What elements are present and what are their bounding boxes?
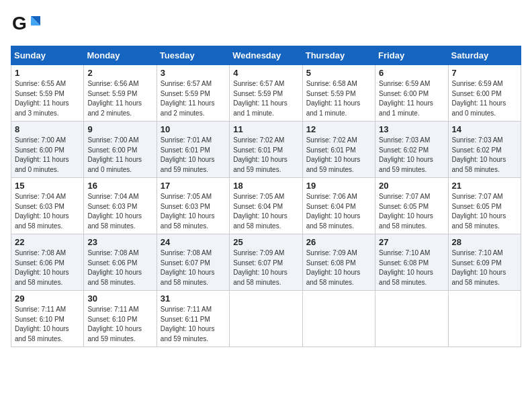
day-info: Sunrise: 6:57 AM Sunset: 5:59 PM Dayligh…: [161, 79, 226, 118]
calendar-cell: 28Sunrise: 7:10 AM Sunset: 6:09 PM Dayli…: [448, 234, 521, 291]
calendar-header-thursday: Thursday: [302, 46, 375, 65]
day-info: Sunrise: 7:08 AM Sunset: 6:07 PM Dayligh…: [161, 248, 226, 287]
day-number: 9: [87, 124, 152, 134]
calendar-cell: 11Sunrise: 7:02 AM Sunset: 6:01 PM Dayli…: [230, 122, 302, 178]
calendar-header-wednesday: Wednesday: [230, 46, 302, 65]
day-number: 23: [87, 237, 152, 247]
day-number: 31: [161, 293, 226, 304]
day-info: Sunrise: 7:07 AM Sunset: 6:05 PM Dayligh…: [379, 192, 444, 231]
calendar-cell: 8Sunrise: 7:00 AM Sunset: 6:00 PM Daylig…: [11, 122, 84, 178]
day-info: Sunrise: 7:08 AM Sunset: 6:06 PM Dayligh…: [87, 248, 152, 287]
day-info: Sunrise: 7:06 AM Sunset: 6:04 PM Dayligh…: [306, 192, 371, 231]
calendar-header-row: SundayMondayTuesdayWednesdayThursdayFrid…: [11, 46, 521, 65]
calendar-cell: 7Sunrise: 6:59 AM Sunset: 6:00 PM Daylig…: [448, 65, 521, 122]
calendar-header-monday: Monday: [84, 46, 157, 65]
day-info: Sunrise: 7:03 AM Sunset: 6:02 PM Dayligh…: [379, 136, 444, 175]
calendar-cell: 12Sunrise: 7:02 AM Sunset: 6:01 PM Dayli…: [302, 122, 375, 178]
day-info: Sunrise: 7:00 AM Sunset: 6:00 PM Dayligh…: [15, 136, 80, 175]
day-number: 19: [306, 181, 371, 191]
day-number: 13: [379, 124, 444, 134]
day-number: 11: [233, 124, 298, 134]
day-number: 30: [87, 293, 152, 304]
day-number: 26: [306, 237, 371, 247]
calendar-cell: 24Sunrise: 7:08 AM Sunset: 6:07 PM Dayli…: [157, 234, 229, 291]
calendar-cell: 31Sunrise: 7:11 AM Sunset: 6:11 PM Dayli…: [157, 291, 229, 347]
calendar-cell: 9Sunrise: 7:00 AM Sunset: 6:00 PM Daylig…: [84, 122, 157, 178]
day-info: Sunrise: 7:04 AM Sunset: 6:03 PM Dayligh…: [15, 192, 80, 231]
calendar-week-row: 8Sunrise: 7:00 AM Sunset: 6:00 PM Daylig…: [11, 122, 521, 178]
day-number: 16: [87, 181, 152, 191]
day-info: Sunrise: 7:05 AM Sunset: 6:04 PM Dayligh…: [233, 192, 298, 231]
day-number: 28: [452, 237, 517, 247]
page-header: G: [11, 11, 521, 40]
calendar-cell: 6Sunrise: 6:59 AM Sunset: 6:00 PM Daylig…: [375, 65, 448, 122]
calendar-cell: 27Sunrise: 7:10 AM Sunset: 6:08 PM Dayli…: [375, 234, 448, 291]
day-info: Sunrise: 7:03 AM Sunset: 6:02 PM Dayligh…: [452, 136, 517, 175]
day-info: Sunrise: 7:07 AM Sunset: 6:05 PM Dayligh…: [452, 192, 517, 231]
day-info: Sunrise: 7:10 AM Sunset: 6:08 PM Dayligh…: [379, 248, 444, 287]
calendar-cell: [375, 291, 448, 347]
day-number: 15: [15, 181, 80, 191]
day-number: 4: [233, 68, 298, 78]
calendar-cell: 29Sunrise: 7:11 AM Sunset: 6:10 PM Dayli…: [11, 291, 84, 347]
day-number: 29: [15, 293, 80, 304]
calendar-cell: 10Sunrise: 7:01 AM Sunset: 6:01 PM Dayli…: [157, 122, 229, 178]
calendar-cell: 16Sunrise: 7:04 AM Sunset: 6:03 PM Dayli…: [84, 178, 157, 234]
calendar-cell: 17Sunrise: 7:05 AM Sunset: 6:03 PM Dayli…: [157, 178, 229, 234]
day-info: Sunrise: 7:00 AM Sunset: 6:00 PM Dayligh…: [87, 136, 152, 175]
day-number: 17: [161, 181, 226, 191]
calendar-cell: 20Sunrise: 7:07 AM Sunset: 6:05 PM Dayli…: [375, 178, 448, 234]
day-number: 21: [452, 181, 517, 191]
calendar-table: SundayMondayTuesdayWednesdayThursdayFrid…: [11, 46, 521, 347]
day-info: Sunrise: 6:59 AM Sunset: 6:00 PM Dayligh…: [379, 79, 444, 118]
calendar-cell: 18Sunrise: 7:05 AM Sunset: 6:04 PM Dayli…: [230, 178, 302, 234]
day-number: 10: [161, 124, 226, 134]
day-number: 7: [452, 68, 517, 78]
calendar-week-row: 22Sunrise: 7:08 AM Sunset: 6:06 PM Dayli…: [11, 234, 521, 291]
calendar-cell: 3Sunrise: 6:57 AM Sunset: 5:59 PM Daylig…: [157, 65, 229, 122]
day-info: Sunrise: 7:02 AM Sunset: 6:01 PM Dayligh…: [233, 136, 298, 175]
day-number: 22: [15, 237, 80, 247]
calendar-cell: 4Sunrise: 6:57 AM Sunset: 5:59 PM Daylig…: [230, 65, 302, 122]
day-number: 3: [161, 68, 226, 78]
day-number: 1: [15, 68, 80, 78]
day-number: 6: [379, 68, 444, 78]
day-info: Sunrise: 7:08 AM Sunset: 6:06 PM Dayligh…: [15, 248, 80, 287]
day-number: 27: [379, 237, 444, 247]
day-number: 12: [306, 124, 371, 134]
day-info: Sunrise: 6:58 AM Sunset: 5:59 PM Dayligh…: [306, 79, 371, 118]
calendar-cell: [230, 291, 302, 347]
logo: G: [11, 11, 43, 40]
day-info: Sunrise: 6:57 AM Sunset: 5:59 PM Dayligh…: [233, 79, 298, 118]
calendar-week-row: 1Sunrise: 6:55 AM Sunset: 5:59 PM Daylig…: [11, 65, 521, 122]
svg-text:G: G: [12, 13, 27, 34]
day-number: 8: [15, 124, 80, 134]
calendar-week-row: 15Sunrise: 7:04 AM Sunset: 6:03 PM Dayli…: [11, 178, 521, 234]
calendar-cell: 19Sunrise: 7:06 AM Sunset: 6:04 PM Dayli…: [302, 178, 375, 234]
day-info: Sunrise: 7:01 AM Sunset: 6:01 PM Dayligh…: [161, 136, 226, 175]
day-info: Sunrise: 6:59 AM Sunset: 6:00 PM Dayligh…: [452, 79, 517, 118]
calendar-header-sunday: Sunday: [11, 46, 84, 65]
day-number: 2: [87, 68, 152, 78]
calendar-cell: 13Sunrise: 7:03 AM Sunset: 6:02 PM Dayli…: [375, 122, 448, 178]
calendar-cell: 21Sunrise: 7:07 AM Sunset: 6:05 PM Dayli…: [448, 178, 521, 234]
calendar-cell: 2Sunrise: 6:56 AM Sunset: 5:59 PM Daylig…: [84, 65, 157, 122]
day-info: Sunrise: 7:04 AM Sunset: 6:03 PM Dayligh…: [87, 192, 152, 231]
calendar-cell: [302, 291, 375, 347]
day-info: Sunrise: 7:02 AM Sunset: 6:01 PM Dayligh…: [306, 136, 371, 175]
calendar-cell: 1Sunrise: 6:55 AM Sunset: 5:59 PM Daylig…: [11, 65, 84, 122]
day-number: 20: [379, 181, 444, 191]
calendar-header-tuesday: Tuesday: [157, 46, 229, 65]
calendar-cell: 5Sunrise: 6:58 AM Sunset: 5:59 PM Daylig…: [302, 65, 375, 122]
day-info: Sunrise: 7:11 AM Sunset: 6:10 PM Dayligh…: [87, 305, 152, 344]
calendar-cell: 25Sunrise: 7:09 AM Sunset: 6:07 PM Dayli…: [230, 234, 302, 291]
calendar-cell: 22Sunrise: 7:08 AM Sunset: 6:06 PM Dayli…: [11, 234, 84, 291]
calendar-header-saturday: Saturday: [448, 46, 521, 65]
day-info: Sunrise: 7:09 AM Sunset: 6:08 PM Dayligh…: [306, 248, 371, 287]
day-number: 18: [233, 181, 298, 191]
day-number: 25: [233, 237, 298, 247]
calendar-cell: 23Sunrise: 7:08 AM Sunset: 6:06 PM Dayli…: [84, 234, 157, 291]
calendar-week-row: 29Sunrise: 7:11 AM Sunset: 6:10 PM Dayli…: [11, 291, 521, 347]
day-number: 24: [161, 237, 226, 247]
calendar-cell: 30Sunrise: 7:11 AM Sunset: 6:10 PM Dayli…: [84, 291, 157, 347]
